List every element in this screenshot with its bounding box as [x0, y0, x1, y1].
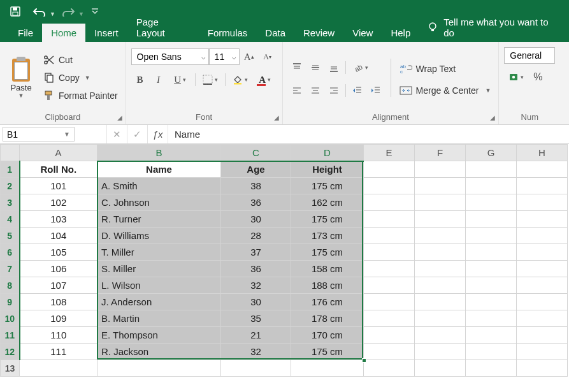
cell[interactable]: 101: [20, 178, 97, 194]
cell[interactable]: [415, 261, 466, 277]
cell[interactable]: 35: [221, 310, 291, 327]
cell[interactable]: [466, 327, 517, 344]
save-button[interactable]: [4, 3, 27, 20]
cell[interactable]: 175 cm: [291, 211, 364, 228]
tab-data[interactable]: Data: [256, 24, 294, 42]
cell[interactable]: [415, 360, 466, 377]
cell[interactable]: 30: [221, 211, 291, 228]
increase-font-button[interactable]: A▴: [240, 48, 258, 65]
cell[interactable]: [97, 360, 221, 377]
cell[interactable]: [517, 360, 568, 377]
underline-button[interactable]: U▾: [168, 71, 192, 88]
cell[interactable]: [415, 228, 466, 244]
cell[interactable]: [364, 194, 415, 211]
tab-page-layout[interactable]: Page Layout: [127, 13, 199, 42]
cell[interactable]: 108: [20, 294, 97, 310]
undo-button[interactable]: [28, 3, 51, 20]
cell[interactable]: [364, 277, 415, 294]
cell[interactable]: [415, 327, 466, 344]
cell[interactable]: T. Miller: [97, 244, 221, 261]
cell[interactable]: [364, 360, 415, 377]
cell[interactable]: [364, 344, 415, 360]
cell[interactable]: 173 cm: [291, 228, 364, 244]
cell[interactable]: [415, 294, 466, 310]
cell[interactable]: A. Smith: [97, 178, 221, 194]
cell[interactable]: [517, 211, 568, 228]
italic-button[interactable]: I: [150, 71, 168, 88]
col-header-A[interactable]: A: [20, 145, 97, 161]
accounting-format-button[interactable]: ▾: [504, 69, 528, 85]
cell[interactable]: 176 cm: [291, 294, 364, 310]
align-right-button[interactable]: [325, 82, 343, 99]
cell[interactable]: 175 cm: [291, 344, 364, 360]
cell[interactable]: [466, 228, 517, 244]
cell[interactable]: 32: [221, 277, 291, 294]
row-header[interactable]: 11: [1, 327, 20, 344]
formula-input[interactable]: Name: [168, 125, 569, 143]
row-header[interactable]: 8: [1, 277, 20, 294]
tab-file[interactable]: File: [9, 24, 42, 42]
select-all-corner[interactable]: [1, 145, 20, 161]
cell[interactable]: 188 cm: [291, 277, 364, 294]
cell[interactable]: 178 cm: [291, 310, 364, 327]
cell[interactable]: 30: [221, 294, 291, 310]
wrap-text-button[interactable]: abc Wrap Text: [397, 60, 494, 78]
cell[interactable]: [466, 161, 517, 178]
font-size-combo[interactable]: 11⌵: [209, 48, 240, 65]
cell[interactable]: Age: [221, 161, 291, 178]
orientation-button[interactable]: ab▾: [349, 59, 373, 76]
cell[interactable]: [466, 344, 517, 360]
merge-center-button[interactable]: Merge & Center ▼: [397, 82, 494, 99]
cell[interactable]: [517, 277, 568, 294]
cell[interactable]: [364, 161, 415, 178]
cell[interactable]: [466, 211, 517, 228]
cell[interactable]: [221, 360, 291, 377]
cell[interactable]: [364, 211, 415, 228]
cell[interactable]: 111: [20, 344, 97, 360]
cell[interactable]: [517, 228, 568, 244]
cell[interactable]: 37: [221, 244, 291, 261]
cell[interactable]: [466, 261, 517, 277]
cell[interactable]: [466, 310, 517, 327]
cell[interactable]: [466, 277, 517, 294]
tab-home[interactable]: Home: [42, 24, 85, 42]
font-dialog-launcher[interactable]: ◢: [272, 113, 281, 122]
cell[interactable]: [517, 244, 568, 261]
cell[interactable]: [415, 178, 466, 194]
col-header-G[interactable]: G: [466, 145, 517, 161]
cell[interactable]: C. Johnson: [97, 194, 221, 211]
format-painter-button[interactable]: Format Painter: [41, 87, 120, 105]
tab-formulas[interactable]: Formulas: [199, 24, 257, 42]
cell[interactable]: 162 cm: [291, 194, 364, 211]
col-header-D[interactable]: D: [291, 145, 364, 161]
cell[interactable]: [415, 277, 466, 294]
cell[interactable]: [517, 310, 568, 327]
cell[interactable]: L. Wilson: [97, 277, 221, 294]
cell[interactable]: [291, 360, 364, 377]
customize-qat-button[interactable]: [87, 3, 103, 20]
undo-dropdown-icon[interactable]: ▼: [50, 11, 55, 17]
tab-help[interactable]: Help: [382, 24, 419, 42]
cell[interactable]: 107: [20, 277, 97, 294]
cancel-formula-button[interactable]: ✕: [106, 125, 127, 143]
row-header[interactable]: 4: [1, 211, 20, 228]
cell[interactable]: [415, 194, 466, 211]
tell-me-search[interactable]: Tell me what you want to do: [419, 17, 569, 42]
cut-button[interactable]: Cut: [41, 51, 120, 69]
cell[interactable]: 38: [221, 178, 291, 194]
row-header[interactable]: 6: [1, 244, 20, 261]
cell[interactable]: [415, 211, 466, 228]
cell[interactable]: [466, 294, 517, 310]
cell[interactable]: [364, 294, 415, 310]
cell[interactable]: [364, 310, 415, 327]
font-color-button[interactable]: A ▾: [253, 71, 277, 88]
cell[interactable]: [517, 294, 568, 310]
percent-format-button[interactable]: %: [529, 69, 547, 85]
row-header[interactable]: 1: [1, 161, 20, 178]
cell[interactable]: [517, 261, 568, 277]
col-header-B[interactable]: B: [97, 145, 221, 161]
align-bottom-button[interactable]: [325, 59, 343, 76]
cell[interactable]: 103: [20, 211, 97, 228]
align-left-button[interactable]: [288, 82, 306, 99]
row-header[interactable]: 3: [1, 194, 20, 211]
